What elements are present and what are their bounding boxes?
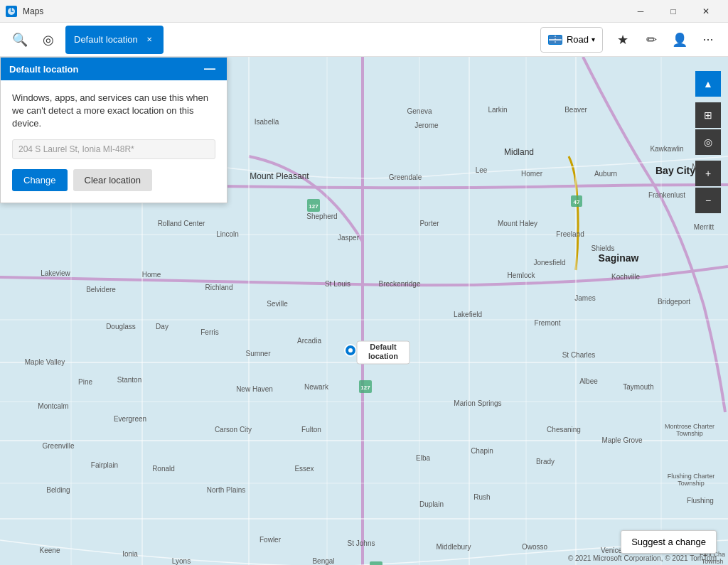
svg-text:Shepherd: Shepherd	[306, 212, 337, 220]
svg-text:Hemlock: Hemlock	[508, 271, 536, 279]
favorites-icon: ★	[617, 32, 628, 48]
svg-text:Mount Pleasant: Mount Pleasant	[250, 171, 309, 181]
svg-text:Beaver: Beaver	[564, 106, 587, 114]
person-icon: 👤	[672, 32, 687, 48]
svg-text:Porter: Porter	[419, 220, 439, 227]
svg-text:Greenville: Greenville	[42, 442, 74, 450]
svg-text:Home: Home	[142, 271, 161, 279]
svg-text:Bay City: Bay City	[655, 165, 695, 176]
popup-body: Windows, apps, and services can use this…	[1, 80, 227, 203]
svg-text:Flushing: Flushing	[687, 497, 714, 505]
zoom-out-button[interactable]: −	[695, 188, 721, 213]
svg-text:Fowler: Fowler	[259, 536, 282, 544]
svg-text:Chesaning: Chesaning	[547, 426, 581, 434]
search-button[interactable]: 🔍	[6, 26, 34, 54]
more-button[interactable]: ···	[694, 26, 722, 54]
svg-text:Mount Haley: Mount Haley	[498, 220, 537, 227]
svg-text:Montcalm: Montcalm	[38, 402, 68, 410]
svg-text:Taymouth: Taymouth	[623, 383, 653, 391]
popup-address: 204 S Laurel St, Ionia MI-48R*	[12, 139, 215, 159]
change-button[interactable]: Change	[12, 169, 68, 191]
svg-text:Jerome: Jerome	[414, 122, 439, 129]
zoom-in-button[interactable]: +	[695, 161, 721, 186]
svg-text:Frankenlust: Frankenlust	[648, 191, 685, 199]
favorites-button[interactable]: ★	[609, 26, 637, 54]
svg-text:Seville: Seville	[267, 300, 288, 308]
app-toolbar: 🔍 ◎ Default location ✕ Road ▾ ★ ✏ 👤 ···	[0, 23, 728, 57]
svg-text:Lakeview: Lakeview	[41, 269, 70, 277]
svg-text:Breckenridge: Breckenridge	[379, 280, 421, 288]
svg-text:Jasper: Jasper	[338, 234, 360, 242]
svg-rect-26	[370, 561, 382, 565]
location-button[interactable]: ◎	[34, 26, 63, 54]
svg-text:Ferris: Ferris	[200, 328, 219, 336]
svg-text:Bengal: Bengal	[312, 557, 334, 565]
compass-button[interactable]: ▲	[695, 71, 721, 97]
svg-text:Elba: Elba	[416, 454, 430, 462]
svg-text:Rolland Center: Rolland Center	[158, 220, 205, 227]
svg-text:Owosso: Owosso	[522, 543, 548, 551]
svg-text:Evergreen: Evergreen	[114, 415, 146, 423]
svg-text:St Louis: St Louis	[325, 280, 350, 288]
default-location-tab[interactable]: Default location ✕	[65, 26, 164, 54]
road-icon	[548, 35, 562, 45]
svg-text:Douglass: Douglass	[106, 323, 136, 330]
svg-text:Freeland: Freeland	[556, 230, 584, 238]
svg-text:Albee: Albee	[579, 377, 598, 385]
location-icon: ◎	[43, 32, 54, 48]
svg-text:Belding: Belding	[46, 486, 70, 494]
svg-text:Newark: Newark	[304, 383, 329, 391]
svg-text:Township: Township	[678, 480, 705, 487]
svg-text:Lincoln: Lincoln	[216, 230, 239, 238]
svg-text:Saginaw: Saginaw	[599, 252, 639, 264]
minimize-button[interactable]: ─	[624, 0, 657, 23]
tab-label: Default location	[74, 34, 138, 45]
svg-text:James: James	[574, 294, 595, 302]
svg-text:Ronald: Ronald	[152, 465, 175, 473]
svg-text:127: 127	[309, 203, 318, 210]
svg-text:Day: Day	[156, 323, 168, 330]
svg-text:Montrose Charter: Montrose Charter	[665, 423, 714, 430]
svg-text:Isabella: Isabella	[255, 118, 279, 126]
tab-close-icon[interactable]: ✕	[144, 34, 155, 45]
svg-text:Fulton: Fulton	[301, 426, 321, 434]
default-location-popup: Default location — Windows, apps, and se…	[0, 57, 228, 203]
svg-text:Marion Springs: Marion Springs	[454, 399, 501, 407]
svg-text:Richland: Richland	[205, 284, 233, 291]
svg-text:Brady: Brady	[536, 458, 555, 466]
svg-text:Ionia: Ionia	[122, 550, 138, 558]
gps-button[interactable]: ◎	[695, 129, 721, 155]
map-type-button[interactable]: Road ▾	[540, 27, 603, 53]
svg-text:Homer: Homer	[521, 170, 543, 178]
svg-text:Maple Valley: Maple Valley	[25, 358, 65, 366]
svg-text:Flushing Charter: Flushing Charter	[668, 473, 715, 480]
svg-text:North Plains: North Plains	[207, 486, 245, 494]
chevron-down-icon: ▾	[592, 36, 595, 43]
zoom-out-icon: −	[705, 195, 711, 206]
popup-description: Windows, apps, and services can use this…	[12, 92, 215, 131]
svg-text:Kawkawlin: Kawkawlin	[650, 145, 683, 153]
svg-text:St Johns: St Johns	[348, 539, 375, 547]
svg-text:Township: Township	[676, 430, 703, 437]
map-container[interactable]: 47 127 127 127 Saginaw Bay City Midland …	[0, 57, 728, 565]
svg-text:Carson City: Carson City	[215, 426, 252, 434]
popup-minimize-button[interactable]: —	[201, 63, 218, 75]
grid-view-button[interactable]: ⊞	[695, 102, 721, 128]
svg-text:47: 47	[574, 199, 580, 205]
svg-text:St Charles: St Charles	[562, 351, 596, 359]
ink-button[interactable]: ✏	[637, 26, 665, 54]
maximize-button[interactable]: □	[657, 0, 690, 23]
svg-text:Larkin: Larkin	[488, 106, 507, 114]
svg-text:Essex: Essex	[294, 465, 314, 473]
popup-actions: Change Clear location	[12, 169, 215, 191]
svg-text:New Haven: New Haven	[236, 385, 273, 393]
svg-text:Geneva: Geneva	[407, 107, 432, 115]
close-button[interactable]: ✕	[690, 0, 722, 23]
account-button[interactable]: 👤	[665, 26, 694, 54]
title-bar: Maps ─ □ ✕	[0, 0, 728, 23]
clear-location-button[interactable]: Clear location	[73, 169, 153, 191]
suggest-change-button[interactable]: Suggest a change	[621, 530, 717, 554]
svg-text:127: 127	[360, 384, 370, 391]
svg-text:Maple Grove: Maple Grove	[601, 436, 643, 444]
svg-text:Lakefield: Lakefield	[454, 311, 482, 318]
